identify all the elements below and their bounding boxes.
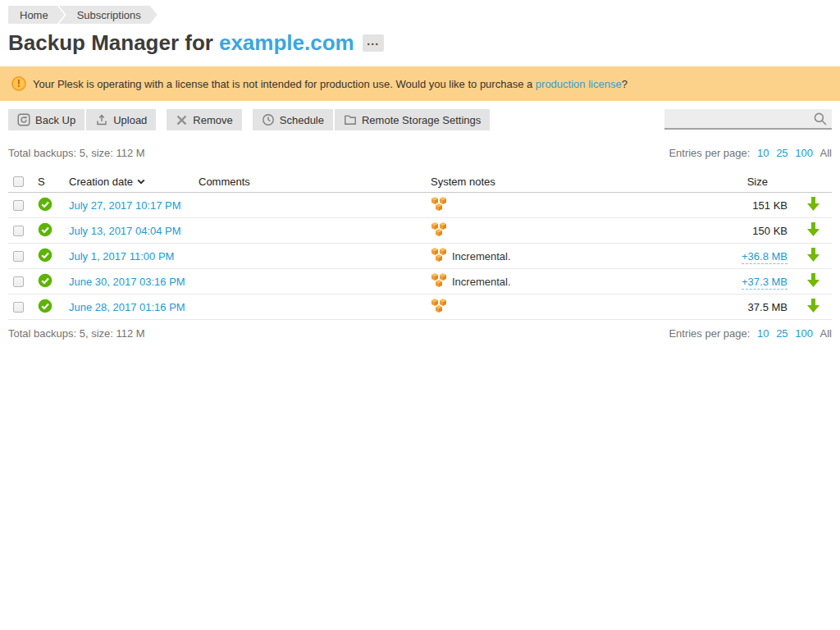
warning-icon: ! — [11, 76, 26, 91]
search-box — [664, 109, 832, 130]
row-checkbox[interactable] — [13, 276, 24, 287]
page-size-10[interactable]: 10 — [757, 327, 769, 340]
table-row: June 28, 2017 01:16 PM37.5 MB — [8, 294, 832, 320]
entries-per-page: Entries per page: 10 25 100 All — [669, 327, 832, 340]
folder-icon — [344, 113, 357, 126]
page-size-all[interactable]: All — [820, 147, 832, 159]
breadcrumb: Home Subscriptions — [8, 6, 840, 24]
sort-desc-icon — [137, 175, 145, 187]
page-title-text: Backup Manager for — [8, 30, 213, 56]
backups-table: S Creation date Comments System notes Si… — [8, 171, 832, 320]
table-row: July 27, 2017 10:17 PM151 KB — [8, 193, 832, 218]
backup-size: 37.5 MB — [748, 301, 788, 313]
warning-text-suffix: ? — [622, 78, 628, 90]
back-up-button[interactable]: Back Up — [8, 109, 84, 130]
remove-group: Remove — [167, 109, 241, 130]
row-checkbox[interactable] — [13, 251, 24, 262]
cloud-storage-icon — [431, 248, 447, 265]
summary-bottom: Total backups: 5, size: 112 M Entries pe… — [8, 327, 832, 340]
status-ok-icon — [38, 248, 52, 265]
backup-rows: July 27, 2017 10:17 PM151 KBJuly 13, 201… — [8, 193, 832, 320]
back-up-label: Back Up — [35, 114, 75, 126]
backup-size: 151 KB — [752, 199, 788, 212]
status-ok-icon — [38, 222, 52, 240]
table-row: July 1, 2017 11:00 PMIncremental.+36.8 M… — [8, 244, 832, 269]
system-note: Incremental. — [452, 276, 511, 288]
schedule-icon — [262, 113, 275, 126]
backup-icon — [17, 113, 30, 126]
remove-button[interactable]: Remove — [167, 109, 241, 130]
table-row: June 30, 2017 03:16 PMIncremental.+37.3 … — [8, 269, 832, 294]
status-ok-icon — [38, 299, 52, 316]
download-icon[interactable] — [807, 299, 819, 315]
page-title: Backup Manager for example.com ... — [8, 30, 840, 56]
entries-label: Entries per page: — [669, 147, 750, 159]
breadcrumb-subscriptions[interactable]: Subscriptions — [59, 6, 158, 24]
download-icon[interactable] — [807, 222, 819, 239]
cloud-storage-icon — [431, 299, 447, 316]
backup-size: 150 KB — [752, 225, 788, 237]
page-size-25[interactable]: 25 — [776, 147, 788, 159]
creation-date-column-header[interactable]: Creation date — [69, 175, 199, 188]
table-header-row: S Creation date Comments System notes Si… — [8, 171, 832, 193]
page-size-100[interactable]: 100 — [795, 327, 813, 340]
page-size-10[interactable]: 10 — [757, 147, 769, 159]
warning-text-body: Your Plesk is operating with a license t… — [33, 78, 532, 90]
backup-date-link[interactable]: July 1, 2017 11:00 PM — [69, 250, 174, 262]
page-size-all[interactable]: All — [820, 327, 832, 340]
domain-link[interactable]: example.com — [219, 30, 354, 56]
breadcrumb-home[interactable]: Home — [8, 6, 65, 24]
total-backups-text: Total backups: 5, size: 112 M — [8, 327, 145, 340]
search-icon[interactable] — [810, 110, 830, 128]
remote-storage-settings-button[interactable]: Remote Storage Settings — [335, 109, 490, 130]
cloud-storage-icon — [431, 222, 447, 240]
search-input[interactable] — [664, 109, 832, 128]
backup-date-link[interactable]: June 30, 2017 03:16 PM — [69, 276, 185, 288]
production-license-link[interactable]: production license — [536, 78, 622, 90]
select-all-checkbox[interactable] — [13, 176, 24, 187]
remove-label: Remove — [193, 114, 232, 126]
upload-label: Upload — [113, 114, 147, 126]
toolbar: Back Up Upload Remove Schedule Remote St… — [8, 109, 832, 130]
status-column-header: S — [38, 176, 69, 188]
system-notes-column-header: System notes — [431, 176, 704, 188]
page-size-25[interactable]: 25 — [776, 327, 788, 340]
summary-top: Total backups: 5, size: 112 M Entries pe… — [8, 147, 832, 159]
schedule-button[interactable]: Schedule — [253, 109, 333, 130]
comments-column-header: Comments — [199, 176, 431, 188]
backup-upload-group: Back Up Upload — [8, 109, 156, 130]
incremental-size-link[interactable]: +37.3 MB — [742, 276, 788, 290]
more-actions-button[interactable]: ... — [363, 34, 384, 52]
backup-date-link[interactable]: June 28, 2017 01:16 PM — [69, 301, 185, 313]
backup-date-link[interactable]: July 27, 2017 10:17 PM — [69, 199, 181, 212]
remote-storage-settings-label: Remote Storage Settings — [362, 114, 481, 126]
table-row: July 13, 2017 04:04 PM150 KB — [8, 218, 832, 244]
remove-icon — [176, 114, 188, 126]
schedule-label: Schedule — [280, 114, 324, 126]
download-icon[interactable] — [807, 197, 819, 213]
row-checkbox[interactable] — [13, 226, 24, 236]
cloud-storage-icon — [431, 197, 447, 214]
row-checkbox[interactable] — [13, 302, 24, 313]
license-warning-banner: ! Your Plesk is operating with a license… — [0, 66, 840, 101]
schedule-storage-group: Schedule Remote Storage Settings — [253, 109, 490, 130]
page-size-100[interactable]: 100 — [795, 147, 813, 159]
creation-date-header-label: Creation date — [69, 176, 133, 188]
cloud-storage-icon — [431, 273, 447, 290]
status-ok-icon — [38, 273, 52, 290]
backup-date-link[interactable]: July 13, 2017 04:04 PM — [69, 225, 181, 237]
total-backups-text: Total backups: 5, size: 112 M — [8, 147, 145, 159]
warning-text: Your Plesk is operating with a license t… — [33, 78, 628, 90]
size-column-header: Size — [704, 176, 794, 188]
incremental-size-link[interactable]: +36.8 MB — [742, 250, 788, 264]
system-note: Incremental. — [452, 250, 511, 262]
upload-button[interactable]: Upload — [86, 109, 156, 130]
download-icon[interactable] — [807, 273, 819, 290]
row-checkbox[interactable] — [13, 200, 24, 211]
status-ok-icon — [38, 197, 52, 214]
download-icon[interactable] — [807, 248, 819, 264]
entries-label: Entries per page: — [669, 327, 750, 340]
entries-per-page: Entries per page: 10 25 100 All — [669, 147, 832, 159]
upload-icon — [95, 113, 108, 126]
